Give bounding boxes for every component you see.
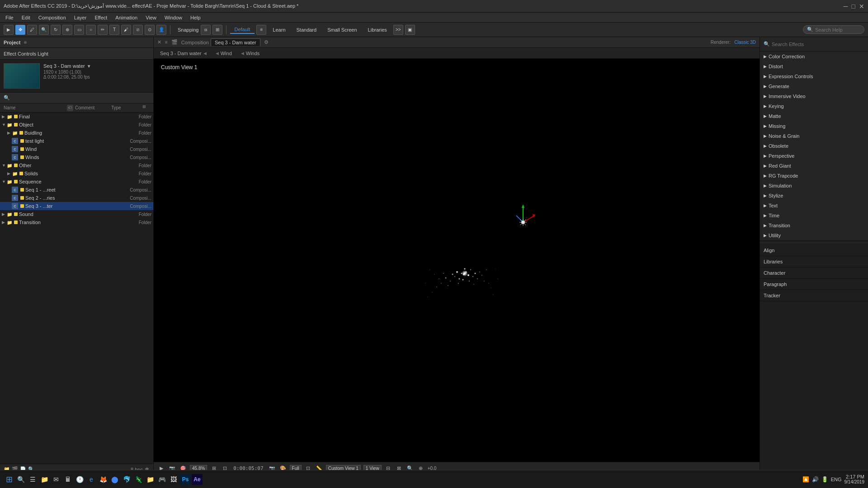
taskbar-clock[interactable]: 2:17 PM 9/14/2019 [844, 474, 865, 484]
composition-view[interactable]: Custom View 1 [154, 59, 760, 462]
snapping-toggle[interactable]: ⧈ [201, 25, 211, 35]
eraser-tool[interactable]: ⎚ [133, 25, 143, 35]
zoom-tool[interactable]: 🔍 [39, 25, 49, 35]
tree-item-solids[interactable]: ▶ 📁 Solids Folder [0, 169, 153, 178]
selection-tool[interactable]: ▶ [4, 25, 14, 35]
effects-transition[interactable]: ▶ Transition [760, 221, 868, 230]
tree-item-sound[interactable]: ▶ 📁 Sound Folder [0, 210, 153, 218]
effects-redgiant[interactable]: ▶ Red Giant [760, 161, 868, 171]
start-button[interactable]: ⊞ [4, 474, 14, 485]
effects-matte[interactable]: ▶ Matte [760, 111, 868, 121]
tray-language[interactable]: ENG [831, 477, 842, 482]
puppet-tool[interactable]: 👤 [156, 25, 166, 35]
viewer-tab-wind[interactable]: ◀ Wind [213, 50, 235, 57]
maximize-button[interactable]: □ [852, 3, 855, 10]
taskbar-edge[interactable]: e [86, 474, 97, 485]
shape-tool-rect[interactable]: ▭ [74, 25, 84, 35]
task-view-button[interactable]: ☰ [27, 474, 38, 485]
extension-btn[interactable]: ▣ [405, 25, 415, 35]
taskbar-mail[interactable]: ✉ [51, 474, 61, 485]
taskbar-ae[interactable]: Ae [192, 474, 203, 485]
effects-search-input[interactable] [772, 42, 864, 47]
tree-item-object[interactable]: ▼ 📁 Object Folder [0, 121, 153, 129]
shape-tool-ellipse[interactable]: ○ [86, 25, 96, 35]
close-button[interactable]: ✕ [859, 3, 864, 10]
search-input[interactable] [815, 27, 860, 33]
comp-settings-btn[interactable]: ⚙ [264, 39, 269, 45]
taskbar-snake[interactable]: 🦎 [133, 474, 144, 485]
menu-view[interactable]: View [142, 14, 160, 21]
workspace-smallscreen[interactable]: Small Screen [323, 26, 361, 33]
menu-layer[interactable]: Layer [71, 14, 90, 21]
taskbar-calc[interactable]: 🖩 [62, 474, 73, 485]
minimize-button[interactable]: ─ [844, 3, 848, 10]
text-tool[interactable]: T [109, 25, 119, 35]
menu-window[interactable]: Window [161, 14, 186, 21]
effects-color-correction[interactable]: ▶ Color Correction [760, 52, 868, 61]
project-search[interactable]: 🔍 [0, 93, 153, 103]
viewer-tab-seq3-close[interactable]: ◀ [203, 51, 207, 56]
effects-obsolete[interactable]: ▶ Obsolete [760, 141, 868, 151]
project-tab[interactable]: Project [4, 40, 20, 45]
tray-volume[interactable]: 🔊 [812, 476, 819, 483]
brush-tool[interactable]: 🖌 [121, 25, 131, 35]
tray-network[interactable]: 🔼 [802, 476, 809, 483]
viewer-tab-seq3[interactable]: Seq 3 - Dam water ◀ [157, 50, 209, 57]
effects-immersive[interactable]: ▶ Immersive Video [760, 91, 868, 101]
effects-text[interactable]: ▶ Text [760, 201, 868, 211]
menu-animation[interactable]: Animation [112, 14, 141, 21]
tree-item-wind[interactable]: C Wind Composi... [0, 145, 153, 153]
workspace-menu-btn[interactable]: ≡ [256, 25, 266, 35]
effects-keying[interactable]: ▶ Keying [760, 101, 868, 111]
workspace-default[interactable]: Default [230, 26, 255, 34]
project-search-input[interactable] [12, 95, 150, 101]
comp-tab-seq3[interactable]: Seq 3 - Dam water [211, 38, 260, 46]
effects-simulation[interactable]: ▶ Simulation [760, 181, 868, 191]
taskbar-controller[interactable]: 🎮 [156, 474, 167, 485]
pen-tool[interactable]: 🖊 [27, 25, 37, 35]
search-button[interactable]: 🔍 [15, 474, 26, 485]
window-controls[interactable]: ─ □ ✕ [844, 3, 864, 10]
viewer-tab-winds[interactable]: ◀ Winds [238, 50, 263, 57]
taskbar-chrome[interactable]: ⬤ [109, 474, 120, 485]
taskbar-explorer[interactable]: 📁 [39, 474, 50, 485]
menu-effect[interactable]: Effect [91, 14, 111, 21]
anchor-tool[interactable]: ⊕ [62, 25, 72, 35]
tray-battery[interactable]: 🔋 [821, 476, 828, 483]
tree-item-sequence[interactable]: ▼ 📁 Sequence Folder [0, 178, 153, 186]
tree-item-building[interactable]: ▶ 📁 Buidling Folder [0, 129, 153, 137]
effects-distort[interactable]: ▶ Distort [760, 61, 868, 71]
workspace-standard[interactable]: Standard [292, 26, 321, 33]
effects-missing[interactable]: ▶ Missing [760, 121, 868, 131]
tree-item-testlight[interactable]: C test light Composi... [0, 137, 153, 145]
tree-item-seq1[interactable]: C Seq 1 - ...reet Composi... [0, 186, 153, 194]
effects-stylize[interactable]: ▶ Stylize [760, 191, 868, 201]
tree-item-winds[interactable]: C Winds Composi... [0, 153, 153, 161]
effects-perspective[interactable]: ▶ Perspective [760, 151, 868, 161]
effects-noise[interactable]: ▶ Noise & Grain [760, 131, 868, 141]
effects-generate[interactable]: ▶ Generate [760, 81, 868, 91]
tree-item-transition[interactable]: ▶ 📁 Transition Folder [0, 218, 153, 226]
effects-utility[interactable]: ▶ Utility [760, 230, 868, 240]
snap-proportional[interactable]: ⊞ [212, 25, 222, 35]
menu-help[interactable]: Help [187, 14, 204, 21]
menu-composition[interactable]: Composition [35, 14, 70, 21]
renderer-value[interactable]: Classic 3D [734, 40, 756, 45]
comp-dropdown-icon[interactable]: ▼ [87, 64, 91, 69]
clone-tool[interactable]: ⊙ [145, 25, 155, 35]
workspace-libraries[interactable]: Libraries [363, 26, 392, 33]
menu-file[interactable]: File [2, 14, 17, 21]
taskbar-clock-app[interactable]: 🕐 [74, 474, 85, 485]
workspace-more[interactable]: >> [393, 25, 403, 35]
tree-item-final[interactable]: ▶ 📁 Final Folder [0, 113, 153, 121]
taskbar-photos[interactable]: 🖼 [168, 474, 179, 485]
effects-expression[interactable]: ▶ Expression Controls [760, 71, 868, 81]
effects-rgtrapcode[interactable]: ▶ RG Trapcode [760, 171, 868, 181]
panel-menu-btn[interactable]: ≡ [165, 40, 168, 45]
close-panel-btn[interactable]: ✕ [157, 39, 161, 45]
tree-item-seq2[interactable]: C Seq 2 - ...ries Composi... [0, 194, 153, 202]
toolbar-search[interactable]: 🔍 [803, 25, 864, 34]
tree-item-seq3[interactable]: C Seq 3 - ...ter Composi... [0, 202, 153, 210]
pen-bezier[interactable]: ✏ [98, 25, 108, 35]
effects-time[interactable]: ▶ Time [760, 211, 868, 221]
